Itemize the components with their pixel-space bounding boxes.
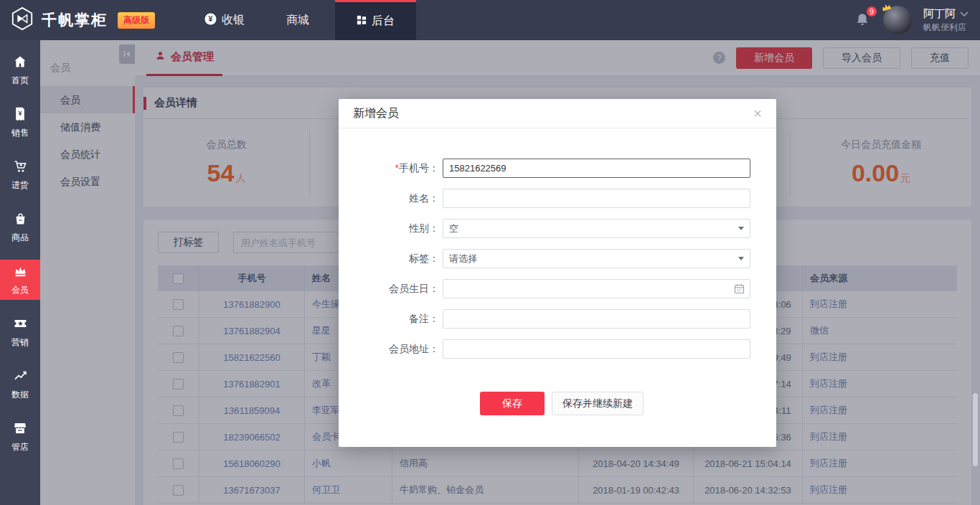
calendar-icon[interactable] xyxy=(733,283,745,298)
close-icon[interactable]: × xyxy=(753,106,762,121)
user-block[interactable]: 阿丁阿 帆帆便利店 xyxy=(923,7,969,33)
sidebar-item-members[interactable]: 会员 xyxy=(0,260,40,300)
field-address: 会员地址： xyxy=(339,339,776,359)
nav-item-cashier[interactable]: ¥ 收银 xyxy=(204,13,245,28)
top-navbar: 千帆掌柜 高级版 ¥ 收银 商城 后台 9 xyxy=(0,0,980,40)
sidebar-item-data[interactable]: 数据 xyxy=(0,364,40,405)
nav-right: 9 阿丁阿 帆帆便利店 xyxy=(854,0,980,40)
save-and-continue-button[interactable]: 保存并继续新建 xyxy=(552,392,644,415)
sidebar-item-purchase[interactable]: 进货 xyxy=(0,155,40,195)
gender-select[interactable]: 空 xyxy=(443,219,750,238)
notification-bell-icon[interactable]: 9 xyxy=(854,11,872,29)
home-icon xyxy=(13,55,27,71)
data-chart-icon xyxy=(13,369,28,385)
tag-select[interactable]: 请选择 xyxy=(443,249,750,268)
address-input[interactable] xyxy=(443,339,750,359)
chevron-down-icon xyxy=(960,7,969,21)
sidebar-item-goods[interactable]: 商品 xyxy=(0,207,40,247)
modal-header: 新增会员 × xyxy=(339,99,776,128)
field-birthday: 会员生日： xyxy=(339,279,776,298)
name-input[interactable] xyxy=(443,189,750,208)
version-badge: 高级版 xyxy=(118,12,155,29)
select-arrow-icon xyxy=(738,227,744,230)
store-name: 帆帆便利店 xyxy=(923,22,969,33)
sidebar-item-sales[interactable]: ¥ 销售 xyxy=(0,103,40,143)
birthday-input[interactable] xyxy=(443,279,750,298)
remark-input[interactable] xyxy=(443,309,750,329)
sidebar-item-home[interactable]: 首页 xyxy=(0,50,40,90)
sales-receipt-icon: ¥ xyxy=(14,107,27,123)
scrollbar-thumb[interactable] xyxy=(973,393,978,466)
storefront-icon xyxy=(13,421,27,438)
nav-center: ¥ 收银 商城 后台 xyxy=(204,0,416,40)
field-tag: 标签： 请选择 xyxy=(339,249,776,268)
goods-bag-icon xyxy=(14,212,27,228)
avatar-crown-icon xyxy=(880,1,895,16)
avatar[interactable] xyxy=(883,6,912,34)
modal-buttons: 保存 保存并继续新建 xyxy=(339,392,776,415)
main-sidebar: 首页 ¥ 销售 进货 商品 会员 营销 数据 管店 xyxy=(0,40,40,505)
cashier-yen-icon: ¥ xyxy=(204,13,217,28)
nav-item-backend[interactable]: 后台 xyxy=(335,0,416,40)
select-arrow-icon xyxy=(738,257,744,260)
save-button[interactable]: 保存 xyxy=(480,392,545,415)
brand-logo-icon xyxy=(10,6,34,34)
nav-item-mall[interactable]: 商城 xyxy=(286,13,309,28)
field-name: 姓名： xyxy=(339,189,776,208)
brand: 千帆掌柜 高级版 xyxy=(0,6,155,34)
sidebar-item-store[interactable]: 管店 xyxy=(0,417,40,457)
grid-icon xyxy=(357,15,367,28)
modal-body: *手机号： 姓名： 性别： 空 标签： 请选择 xyxy=(339,128,776,415)
brand-name: 千帆掌柜 xyxy=(42,10,108,30)
add-member-modal: 新增会员 × *手机号： 姓名： 性别： 空 标签： 请选择 xyxy=(339,99,776,447)
svg-text:¥: ¥ xyxy=(209,15,213,23)
phone-input[interactable] xyxy=(443,159,750,178)
purchase-cart-icon xyxy=(13,159,28,176)
modal-title: 新增会员 xyxy=(353,106,399,121)
marketing-badge-icon xyxy=(13,316,28,333)
member-crown-icon xyxy=(13,264,28,280)
user-name: 阿丁阿 xyxy=(923,7,956,21)
field-remark: 备注： xyxy=(339,309,776,329)
notification-count-badge: 9 xyxy=(865,5,878,18)
sidebar-item-marketing[interactable]: 营销 xyxy=(0,312,40,352)
field-gender: 性别： 空 xyxy=(339,219,776,238)
field-phone: *手机号： xyxy=(339,159,776,178)
